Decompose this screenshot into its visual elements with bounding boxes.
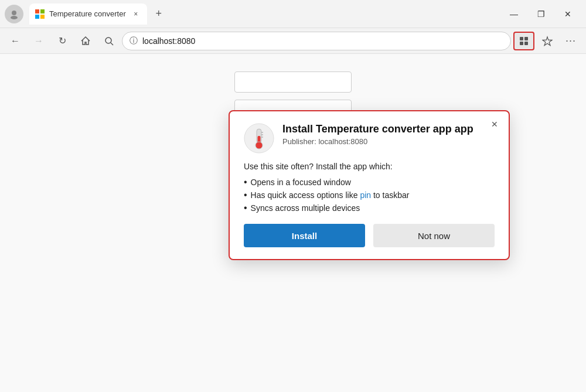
svg-rect-7 [524, 42, 528, 45]
svg-rect-6 [520, 42, 523, 45]
forward-button[interactable]: → [28, 30, 49, 52]
profile-avatar[interactable] [5, 5, 23, 23]
maximize-button[interactable]: ❐ [527, 5, 554, 23]
feature-2-text: Has quick access options like pin to tas… [251, 190, 410, 200]
minimize-button[interactable]: — [500, 5, 527, 23]
info-icon: ⓘ [130, 36, 138, 46]
search-icon [104, 36, 114, 46]
close-button[interactable]: ✕ [554, 5, 581, 23]
install-button[interactable]: Install [244, 224, 365, 247]
home-button[interactable] [75, 30, 96, 52]
page-content: Fahrenheit ⌄ 68 F ✕ Install Temper [0, 54, 586, 392]
svg-line-3 [111, 43, 113, 45]
temp-input-field[interactable] [234, 71, 352, 93]
window-controls: — ❐ ✕ [500, 5, 581, 23]
svg-point-2 [105, 38, 111, 43]
popup-actions: Install Not now [244, 224, 495, 247]
not-now-button[interactable]: Not now [373, 224, 495, 247]
profile-icon [9, 9, 19, 19]
svg-point-0 [12, 11, 16, 15]
install-popup: ✕ Install Temperature converter app app … [229, 110, 510, 260]
more-button[interactable]: ··· [560, 30, 581, 52]
tab-favicon [35, 9, 45, 19]
svg-point-1 [11, 16, 18, 19]
favorites-button[interactable] [537, 30, 558, 52]
star-icon [542, 36, 553, 46]
feature-item-1: Opens in a focused window [244, 177, 495, 188]
svg-rect-4 [520, 37, 523, 40]
popup-header: Install Temperature converter app app Pu… [244, 123, 495, 154]
title-bar: Temperature converter × + — ❐ ✕ [0, 0, 586, 28]
feature-3-text: Syncs across multiple devices [251, 203, 360, 213]
install-app-button[interactable] [513, 32, 534, 50]
search-button[interactable] [98, 30, 120, 52]
popup-features-list: Opens in a focused window Has quick acce… [244, 177, 495, 213]
feature-item-3: Syncs across multiple devices [244, 203, 495, 213]
feature-1-text: Opens in a focused window [251, 178, 351, 187]
app-icon [244, 123, 274, 154]
install-icon [519, 36, 529, 46]
popup-close-button[interactable]: ✕ [488, 117, 502, 131]
feature-item-2: Has quick access options like pin to tas… [244, 190, 495, 200]
popup-description: Use this site often? Install the app whi… [244, 162, 495, 171]
svg-rect-5 [524, 37, 528, 40]
back-button[interactable]: ← [5, 30, 26, 52]
tab-title: Temperature converter [49, 9, 126, 18]
address-bar[interactable]: ⓘ localhost:8080 [122, 32, 511, 50]
svg-point-11 [255, 142, 263, 149]
tab-close-button[interactable]: × [131, 9, 141, 19]
refresh-button[interactable]: ↻ [52, 30, 73, 52]
popup-title-block: Install Temperature converter app app Pu… [282, 123, 473, 146]
nav-bar: ← → ↻ ⓘ localhost:8080 ··· [0, 28, 586, 54]
browser-tab[interactable]: Temperature converter × [29, 4, 147, 25]
new-tab-button[interactable]: + [149, 5, 168, 23]
home-icon [80, 36, 91, 46]
popup-title: Install Temperature converter app app [282, 123, 473, 136]
popup-publisher: Publisher: localhost:8080 [282, 137, 473, 146]
address-text: localhost:8080 [142, 36, 503, 46]
